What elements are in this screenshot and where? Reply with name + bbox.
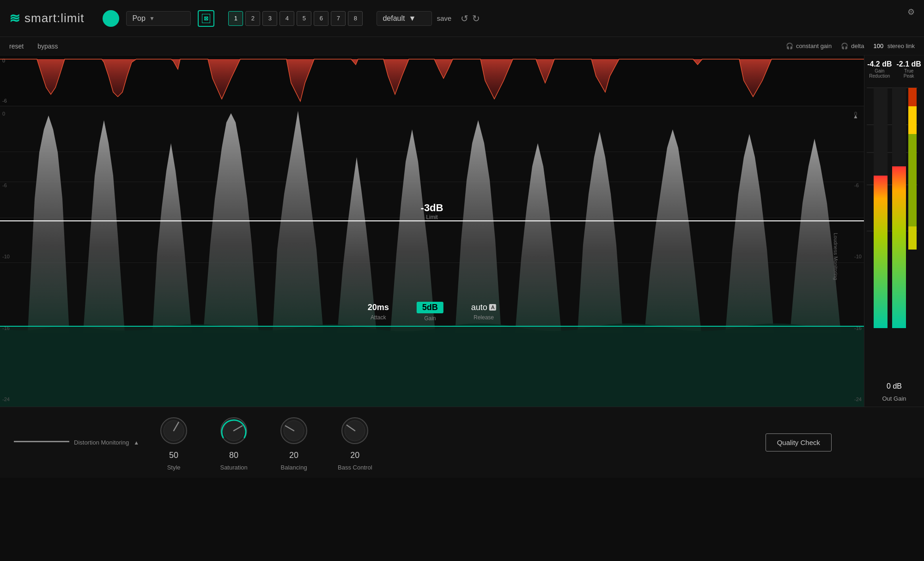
out-gain-label: Out Gain <box>882 395 906 402</box>
stereo-link-label: stereo link <box>888 43 915 49</box>
ab-button-1[interactable]: 1 <box>228 11 243 26</box>
balancing-value: 20 <box>289 451 298 460</box>
saturation-value: 80 <box>229 451 238 460</box>
limit-line <box>0 220 864 221</box>
link-button[interactable]: ⊠ <box>198 10 214 27</box>
release-value: auto <box>471 303 487 312</box>
limit-label-group: -3dB Limit <box>421 202 444 220</box>
db-right-n6: -6 <box>854 183 862 188</box>
style-label: Style <box>167 464 181 471</box>
logo-icon: ≋ <box>9 11 20 26</box>
style-knob-block: 50 Style <box>158 415 190 471</box>
true-peak-label: TruePeak <box>897 68 921 79</box>
db-scale-left: 0 -6 -10 -16 -24 <box>2 106 10 407</box>
ab-button-8[interactable]: 8 <box>348 11 363 26</box>
distortion-label: Distortion Monitoring <box>74 439 129 446</box>
attack-label: Attack <box>368 314 389 321</box>
balancing-knob[interactable] <box>278 415 310 447</box>
gain-label: Gain <box>417 315 444 322</box>
bass-control-label: Bass Control <box>338 464 372 471</box>
ab-button-7[interactable]: 7 <box>331 11 346 26</box>
preset2-arrow: ▼ <box>408 14 416 23</box>
balancing-knob-block: 20 Balancing <box>278 415 310 471</box>
svg-marker-11 <box>725 134 774 333</box>
undo-button[interactable]: ↺ <box>461 13 468 24</box>
release-param: auto A Release <box>471 303 496 321</box>
svg-marker-9 <box>578 132 623 333</box>
svg-rect-22 <box>892 166 906 328</box>
ab-button-5[interactable]: 5 <box>297 11 311 26</box>
saturation-knob[interactable] <box>218 415 250 447</box>
gain-reduction-label: GainReduction <box>867 68 892 79</box>
main-area: 0 -6 0 -6 -10 -16 -24 0 -6 <box>0 55 924 407</box>
release-value-group: auto A <box>471 303 496 312</box>
svg-rect-24 <box>908 106 917 134</box>
ab-button-3[interactable]: 3 <box>262 11 277 26</box>
bass-control-knob[interactable] <box>339 415 371 447</box>
db-right-0: 0 <box>854 111 862 116</box>
settings-button[interactable]: ⚙ <box>907 7 915 17</box>
db-label-0: 0 <box>2 111 10 116</box>
param-controls: 20ms Attack 5dB Gain auto A Release <box>368 302 496 322</box>
stereo-link-value: 100 <box>873 43 883 49</box>
constant-gain-button[interactable]: 🎧 constant gain <box>786 43 832 49</box>
header: ≋ smart:limit Pop ▼ ⊠ 1 2 3 4 5 6 7 8 de… <box>0 0 924 37</box>
logo: ≋ smart:limit <box>9 11 84 26</box>
link-icon: ⊠ <box>202 14 210 23</box>
svg-rect-20 <box>874 176 888 328</box>
release-label: Release <box>471 314 496 321</box>
db-label-n24: -24 <box>2 396 10 402</box>
db-right-n24: -24 <box>854 396 862 402</box>
svg-rect-25 <box>908 134 917 226</box>
gain-value: 5dB <box>417 302 444 313</box>
distortion-expand-icon[interactable]: ▲ <box>134 439 139 446</box>
loudness-line <box>0 326 864 327</box>
distortion-monitoring: Distortion Monitoring ▲ <box>14 439 139 446</box>
bypass-button[interactable]: bypass <box>37 43 58 50</box>
svg-marker-2 <box>152 143 192 333</box>
bass-control-knob-block: 20 Bass Control <box>338 415 372 471</box>
saturation-knob-block: 80 Saturation <box>218 415 250 471</box>
save-button[interactable]: save <box>437 14 451 22</box>
gain-reduction-display: -4.2 dB GainReduction <box>867 60 892 79</box>
ab-button-2[interactable]: 2 <box>245 11 260 26</box>
style-knob-svg <box>158 415 190 447</box>
gain-param: 5dB Gain <box>417 302 444 322</box>
monitoring-controls: 🎧 constant gain 🎧 delta 100 stereo link <box>786 43 915 49</box>
quality-check-button[interactable]: Quality Check <box>766 433 832 451</box>
preset2-selector[interactable]: default ▼ <box>377 11 432 26</box>
reset-button[interactable]: reset <box>9 43 24 50</box>
redo-button[interactable]: ↻ <box>472 13 480 24</box>
ab-button-4[interactable]: 4 <box>280 11 294 26</box>
preset2-name: default <box>383 14 405 23</box>
svg-marker-4 <box>273 111 323 333</box>
preset-selector[interactable]: Pop ▼ <box>126 11 191 26</box>
preset2-controls: default ▼ save <box>377 11 451 26</box>
true-peak-value: -2.1 dB <box>897 60 921 68</box>
style-value: 50 <box>169 451 178 460</box>
style-knob[interactable] <box>158 415 190 447</box>
true-peak-display: -2.1 dB TruePeak <box>897 60 921 79</box>
controls-bar: reset bypass 🎧 constant gain 🎧 delta 100… <box>0 37 924 55</box>
headphone-icon-2: 🎧 <box>841 43 848 49</box>
power-button[interactable] <box>103 10 119 27</box>
limit-text: Limit <box>421 214 444 220</box>
out-gain-value: 0 dB <box>882 382 906 390</box>
db-scale-right: 0 -6 -10 -16 -24 <box>854 106 862 407</box>
stereo-link-control: 100 stereo link <box>873 43 915 49</box>
balancing-knob-svg <box>278 415 310 447</box>
svg-marker-8 <box>515 143 561 333</box>
headphone-icon-1: 🎧 <box>786 43 793 49</box>
bottom-controls: Distortion Monitoring ▲ 50 Style <box>0 407 924 478</box>
svg-marker-7 <box>455 120 501 333</box>
saturation-label: Saturation <box>220 464 247 471</box>
meter-values: -4.2 dB GainReduction -2.1 dB TruePeak <box>867 60 921 79</box>
preset-name: Pop <box>132 14 145 23</box>
attack-value: 20ms <box>368 303 389 312</box>
waveform-svg <box>0 106 864 407</box>
delta-button[interactable]: 🎧 delta <box>841 43 864 49</box>
svg-marker-1 <box>83 120 125 333</box>
preset-dropdown-arrow: ▼ <box>149 15 155 22</box>
loudness-monitoring-label: Loudness Monitoring <box>833 233 839 280</box>
ab-button-6[interactable]: 6 <box>314 11 328 26</box>
